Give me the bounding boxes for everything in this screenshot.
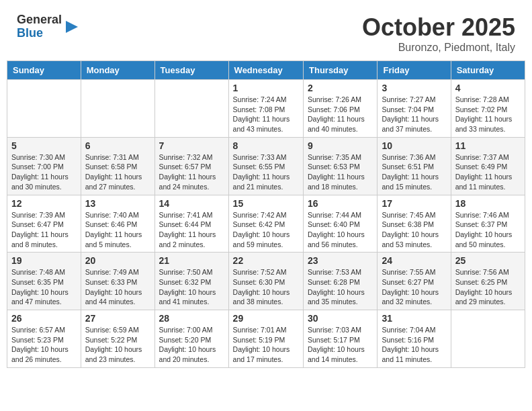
day-info: Sunrise: 7:50 AM Sunset: 6:32 PM Dayligh… [159,267,224,307]
calendar-cell: 11Sunrise: 7:37 AM Sunset: 6:49 PM Dayli… [451,137,525,195]
calendar-cell: 31Sunrise: 7:04 AM Sunset: 5:16 PM Dayli… [378,310,451,368]
day-number: 21 [159,255,224,266]
calendar-cell: 29Sunrise: 7:01 AM Sunset: 5:19 PM Dayli… [228,310,303,368]
calendar-cell: 6Sunrise: 7:31 AM Sunset: 6:58 PM Daylig… [81,137,154,195]
weekday-header-tuesday: Tuesday [154,61,228,80]
day-info: Sunrise: 7:56 AM Sunset: 6:25 PM Dayligh… [455,267,521,307]
day-info: Sunrise: 7:24 AM Sunset: 7:08 PM Dayligh… [233,95,299,134]
calendar-cell: 2Sunrise: 7:26 AM Sunset: 7:06 PM Daylig… [304,80,378,138]
calendar-cell: 23Sunrise: 7:53 AM Sunset: 6:28 PM Dayli… [304,253,378,310]
weekday-header-monday: Monday [81,61,154,80]
logo-text: General Blue [17,13,62,40]
svg-marker-0 [66,21,78,33]
calendar-cell: 25Sunrise: 7:56 AM Sunset: 6:25 PM Dayli… [451,253,525,310]
calendar-cell: 27Sunrise: 6:59 AM Sunset: 5:22 PM Dayli… [81,310,154,368]
calendar-cell: 1Sunrise: 7:24 AM Sunset: 7:08 PM Daylig… [228,80,303,138]
calendar-cell: 16Sunrise: 7:44 AM Sunset: 6:40 PM Dayli… [304,195,378,253]
day-number: 24 [382,255,446,266]
day-number: 16 [308,198,373,209]
weekday-header-row: SundayMondayTuesdayWednesdayThursdayFrid… [7,61,525,80]
calendar-cell [451,310,525,368]
day-info: Sunrise: 6:59 AM Sunset: 5:22 PM Dayligh… [85,325,150,365]
logo: General Blue [17,13,79,40]
day-info: Sunrise: 7:49 AM Sunset: 6:33 PM Dayligh… [85,267,150,307]
day-number: 6 [85,140,150,151]
calendar-cell: 26Sunrise: 6:57 AM Sunset: 5:23 PM Dayli… [7,310,81,368]
day-info: Sunrise: 7:00 AM Sunset: 5:20 PM Dayligh… [159,325,224,365]
day-number: 14 [159,198,224,209]
day-info: Sunrise: 6:57 AM Sunset: 5:23 PM Dayligh… [11,325,77,365]
day-info: Sunrise: 7:04 AM Sunset: 5:16 PM Dayligh… [382,325,446,365]
day-info: Sunrise: 7:41 AM Sunset: 6:44 PM Dayligh… [159,210,224,250]
day-number: 29 [233,313,299,324]
week-row-4: 19Sunrise: 7:48 AM Sunset: 6:35 PM Dayli… [7,253,525,310]
day-info: Sunrise: 7:52 AM Sunset: 6:30 PM Dayligh… [233,267,299,307]
week-row-2: 5Sunrise: 7:30 AM Sunset: 7:00 PM Daylig… [7,137,525,195]
calendar-cell: 17Sunrise: 7:45 AM Sunset: 6:38 PM Dayli… [378,195,451,253]
calendar-cell: 7Sunrise: 7:32 AM Sunset: 6:57 PM Daylig… [154,137,228,195]
day-info: Sunrise: 7:45 AM Sunset: 6:38 PM Dayligh… [382,210,446,250]
calendar-cell: 3Sunrise: 7:27 AM Sunset: 7:04 PM Daylig… [378,80,451,138]
day-info: Sunrise: 7:42 AM Sunset: 6:42 PM Dayligh… [233,210,299,250]
week-row-1: 1Sunrise: 7:24 AM Sunset: 7:08 PM Daylig… [7,80,525,138]
day-number: 7 [159,140,224,151]
day-number: 4 [455,83,521,93]
day-info: Sunrise: 7:26 AM Sunset: 7:06 PM Dayligh… [308,95,373,134]
day-number: 31 [382,313,446,324]
day-number: 1 [233,83,299,93]
day-info: Sunrise: 7:27 AM Sunset: 7:04 PM Dayligh… [382,95,446,134]
day-number: 5 [11,140,77,151]
calendar-cell: 9Sunrise: 7:35 AM Sunset: 6:53 PM Daylig… [304,137,378,195]
day-number: 8 [233,140,299,151]
calendar-cell: 14Sunrise: 7:41 AM Sunset: 6:44 PM Dayli… [154,195,228,253]
calendar-cell [154,80,228,138]
day-info: Sunrise: 7:30 AM Sunset: 7:00 PM Dayligh… [11,152,77,192]
day-number: 12 [11,198,77,209]
day-number: 9 [308,140,373,151]
week-row-3: 12Sunrise: 7:39 AM Sunset: 6:47 PM Dayli… [7,195,525,253]
day-info: Sunrise: 7:40 AM Sunset: 6:46 PM Dayligh… [85,210,150,250]
calendar-cell [81,80,154,138]
day-info: Sunrise: 7:37 AM Sunset: 6:49 PM Dayligh… [455,152,521,192]
day-number: 19 [11,255,77,266]
day-info: Sunrise: 7:55 AM Sunset: 6:27 PM Dayligh… [382,267,446,307]
calendar-table: SundayMondayTuesdayWednesdayThursdayFrid… [7,60,525,368]
day-info: Sunrise: 7:33 AM Sunset: 6:55 PM Dayligh… [233,152,299,192]
day-number: 15 [233,198,299,209]
day-number: 25 [455,255,521,266]
day-number: 10 [382,140,446,151]
weekday-header-friday: Friday [378,61,451,80]
weekday-header-saturday: Saturday [451,61,525,80]
weekday-header-wednesday: Wednesday [228,61,303,80]
location-subtitle: Buronzo, Piedmont, Italy [362,42,515,54]
day-number: 11 [455,140,521,151]
calendar-cell [7,80,81,138]
day-number: 27 [85,313,150,324]
month-title: October 2025 [362,13,515,42]
calendar-cell: 4Sunrise: 7:28 AM Sunset: 7:02 PM Daylig… [451,80,525,138]
calendar-cell: 8Sunrise: 7:33 AM Sunset: 6:55 PM Daylig… [228,137,303,195]
calendar-cell: 10Sunrise: 7:36 AM Sunset: 6:51 PM Dayli… [378,137,451,195]
day-info: Sunrise: 7:32 AM Sunset: 6:57 PM Dayligh… [159,152,224,192]
logo-arrow-icon [64,19,79,34]
day-info: Sunrise: 7:39 AM Sunset: 6:47 PM Dayligh… [11,210,77,250]
calendar-cell: 20Sunrise: 7:49 AM Sunset: 6:33 PM Dayli… [81,253,154,310]
day-info: Sunrise: 7:53 AM Sunset: 6:28 PM Dayligh… [308,267,373,307]
day-number: 3 [382,83,446,93]
day-info: Sunrise: 7:48 AM Sunset: 6:35 PM Dayligh… [11,267,77,307]
day-info: Sunrise: 7:31 AM Sunset: 6:58 PM Dayligh… [85,152,150,192]
day-number: 22 [233,255,299,266]
day-number: 18 [455,198,521,209]
week-row-5: 26Sunrise: 6:57 AM Sunset: 5:23 PM Dayli… [7,310,525,368]
calendar-cell: 18Sunrise: 7:46 AM Sunset: 6:37 PM Dayli… [451,195,525,253]
weekday-header-thursday: Thursday [304,61,378,80]
calendar-cell: 19Sunrise: 7:48 AM Sunset: 6:35 PM Dayli… [7,253,81,310]
day-info: Sunrise: 7:03 AM Sunset: 5:17 PM Dayligh… [308,325,373,365]
day-info: Sunrise: 7:35 AM Sunset: 6:53 PM Dayligh… [308,152,373,192]
day-number: 17 [382,198,446,209]
title-section: October 2025 Buronzo, Piedmont, Italy [362,13,515,54]
weekday-header-sunday: Sunday [7,61,81,80]
calendar-cell: 15Sunrise: 7:42 AM Sunset: 6:42 PM Dayli… [228,195,303,253]
header: General Blue October 2025 Buronzo, Piedm… [7,7,525,57]
day-number: 20 [85,255,150,266]
